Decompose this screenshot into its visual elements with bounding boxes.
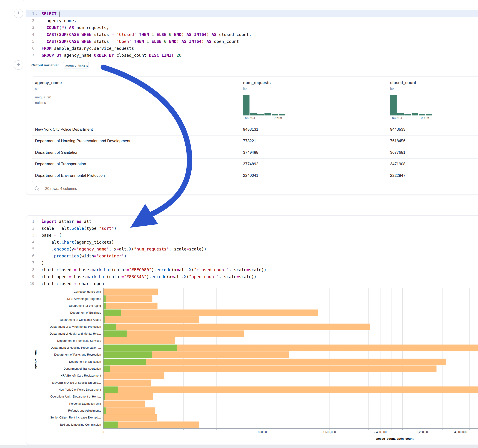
code-token	[42, 25, 47, 30]
code-line[interactable]: 6FROM sample_data.nyc.service_requests	[26, 45, 478, 52]
code-token: =	[112, 32, 114, 37]
code-fold-icon[interactable]: ⌄	[34, 232, 38, 239]
add-cell-button-top[interactable]: +	[14, 9, 23, 18]
code-line[interactable]: 4 CAST(SUM(CASE WHEN status = 'Closed' T…	[26, 31, 478, 38]
bar-closed_count[interactable]	[104, 295, 152, 302]
bar-closed_count[interactable]	[104, 393, 153, 400]
histogram-bar	[426, 114, 432, 115]
bar-closed_count[interactable]	[104, 407, 155, 414]
code-line[interactable]: 7GROUP BY agency_name ORDER BY closed_co…	[26, 52, 478, 59]
code-token: .mark_bar	[84, 274, 107, 279]
bar-open_count[interactable]	[104, 324, 116, 330]
code-token: =	[74, 247, 76, 251]
x-axis-tick-label: 0	[89, 430, 117, 434]
bar-closed_count[interactable]	[104, 414, 157, 421]
bar-closed_count[interactable]	[104, 324, 370, 330]
bar-open_count[interactable]	[104, 351, 152, 358]
code-line[interactable]: 9chart_open = base.mark_bar(color="#8BC3…	[26, 273, 478, 280]
column-header-num-requests[interactable]: num_requests	[243, 81, 271, 85]
code-line[interactable]: 5 CAST(SUM(CASE WHEN status = 'Open' THE…	[26, 38, 478, 45]
code-line[interactable]: 6 .properties(width="container")	[26, 253, 478, 260]
bar-closed_count[interactable]	[104, 372, 164, 379]
x-axis-line	[103, 428, 478, 429]
bar-closed_count[interactable]	[104, 288, 158, 295]
bar-open_count[interactable]	[104, 295, 106, 302]
code-token: )	[42, 260, 44, 265]
y-axis-tick	[102, 390, 103, 390]
code-line[interactable]: 5 .encode(y="agency_name", x=alt.X("num_…	[26, 246, 478, 253]
column-header-agency-name[interactable]: agency_name	[35, 81, 62, 85]
bar-closed_count[interactable]	[104, 380, 151, 386]
y-axis-category-label: Operations Unit - Department of Hom…	[32, 395, 101, 398]
line-number: 7	[32, 52, 34, 59]
code-line[interactable]: 8chart_closed = base.mark_bar(color="#FF…	[26, 266, 478, 273]
code-line[interactable]: 2scale = alt.Scale(type="sqrt")	[26, 225, 478, 232]
line-number: 5	[32, 38, 34, 45]
bar-open_count[interactable]	[104, 386, 118, 393]
bar-closed_count[interactable]	[104, 359, 446, 365]
add-cell-button-second[interactable]: +	[14, 60, 23, 70]
bar-closed_count[interactable]	[104, 337, 175, 344]
code-token: (	[66, 32, 69, 37]
column-header-closed-count[interactable]: closed_count	[390, 81, 416, 85]
histogram-bar	[243, 95, 250, 115]
bar-open_count[interactable]	[104, 366, 110, 372]
code-token	[159, 53, 161, 58]
bar-closed_count[interactable]	[104, 422, 199, 428]
cell-agency-name: Department of Housing Preservation and D…	[35, 139, 130, 143]
code-token: THEN	[139, 32, 149, 37]
sql-code-editor[interactable]: 1⌄SELECT 2 agency_name,3 COUNT(*) AS num…	[26, 9, 478, 60]
bar-open_count[interactable]	[104, 310, 121, 316]
bar-open_count[interactable]	[104, 330, 126, 337]
bar-closed_count[interactable]	[104, 316, 199, 323]
code-line[interactable]: 10chart_closed + chart_open	[26, 280, 478, 287]
line-number: 1	[32, 218, 34, 225]
bar-open_count[interactable]	[104, 316, 105, 323]
bar-open_count[interactable]	[104, 303, 106, 309]
cell-closed-count: 3677651	[390, 150, 405, 155]
code-token: .encode	[51, 247, 69, 251]
cell-closed-count: 7618456	[390, 139, 405, 143]
bar-closed_count[interactable]	[104, 400, 145, 407]
line-number: 6	[32, 253, 34, 260]
output-variable-badge[interactable]: agency_tickets	[63, 62, 89, 68]
bar-open_count[interactable]	[104, 344, 177, 351]
code-line[interactable]: 4 alt.Chart(agency_tickets)	[26, 239, 478, 246]
code-line[interactable]: 7)	[26, 260, 478, 266]
code-token: WHEN	[82, 39, 91, 44]
table-row[interactable]: New York City Police Department945313194…	[32, 124, 478, 135]
table-row[interactable]: Department of Housing Preservation and D…	[32, 135, 478, 147]
column-nulls-stat: nulls: 0	[35, 101, 46, 105]
code-line[interactable]: 1⌄SELECT	[26, 10, 478, 17]
code-token: closed_count	[114, 53, 149, 58]
code-line[interactable]: 2 agency_name,	[26, 17, 478, 24]
code-line[interactable]: 3⌄base = (	[26, 232, 478, 239]
code-token	[149, 39, 151, 44]
bar-closed_count[interactable]	[104, 366, 436, 372]
bar-open_count[interactable]	[104, 359, 146, 365]
table-row[interactable]: Department of Transportation377489234719…	[32, 158, 478, 170]
code-token: )	[114, 226, 116, 231]
code-fold-icon[interactable]: ⌄	[34, 10, 38, 17]
bar-closed_count[interactable]	[104, 303, 157, 309]
previous-cell-bottom-edge	[23, 0, 478, 2]
bar-closed_count[interactable]	[104, 386, 478, 393]
code-token: ORDER BY	[94, 53, 114, 58]
code-token	[114, 32, 116, 37]
code-line[interactable]: 1import altair as alt	[26, 218, 478, 225]
bar-closed_count[interactable]	[104, 310, 318, 316]
x-axis-tick-label: 800,000	[249, 430, 277, 434]
table-dimensions-text: 20 rows, 4 columns	[45, 187, 77, 191]
python-code-editor[interactable]: 1import altair as alt2scale = alt.Scale(…	[26, 216, 478, 288]
code-line[interactable]: 3 COUNT(*) AS num_requests,	[26, 24, 478, 31]
bar-open_count[interactable]	[104, 407, 106, 414]
bar-open_count[interactable]	[104, 422, 118, 428]
histogram-bar	[412, 113, 418, 115]
code-token: SUM	[59, 32, 67, 37]
chart-x-axis-title: closed_count, open_count	[369, 437, 420, 440]
bar-open_count[interactable]	[104, 393, 105, 400]
table-row[interactable]: Department of Environmental Protection22…	[32, 170, 478, 181]
table-row[interactable]: Department of Sanitation37494853677651	[32, 147, 478, 158]
search-icon[interactable]	[35, 187, 39, 191]
code-token: closed_count,	[216, 32, 252, 37]
